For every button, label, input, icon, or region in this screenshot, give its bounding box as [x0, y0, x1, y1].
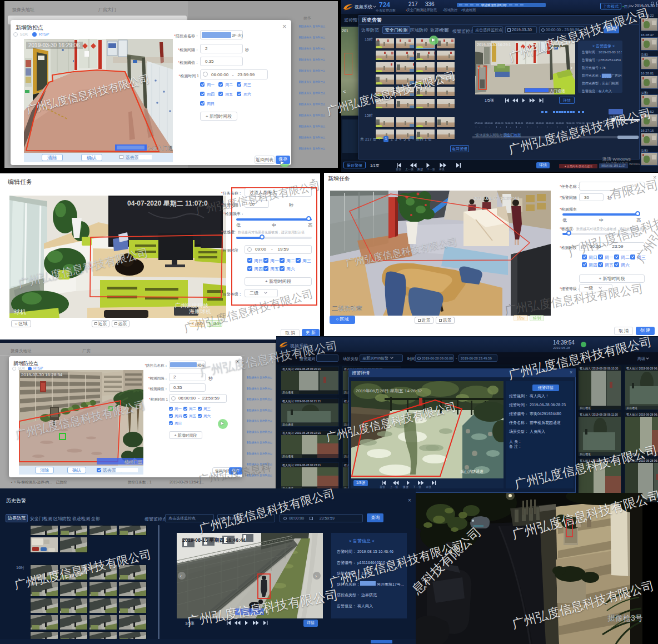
- svg-text:2019-03-30 16:29:1: 2019-03-30 16:29:1: [477, 43, 511, 47]
- svg-text:2019-08-15 星期四 16:46:44: 2019-08-15 星期四 16:46:44: [182, 537, 246, 543]
- svg-text:‹: ‹: [477, 65, 479, 71]
- svg-text:‹: ‹: [180, 573, 182, 579]
- svg-text:号: 号: [265, 610, 270, 615]
- svg-text:2019-03-30 16:29:06: 2019-03-30 16:29:06: [28, 42, 80, 48]
- svg-text:›: ›: [571, 65, 572, 71]
- svg-text:›: ›: [315, 573, 317, 579]
- svg-text:04-07-2020 星期二 11:07:0: 04-07-2020 星期二 11:07:0: [127, 199, 208, 207]
- svg-text:入门通道: 入门通道: [550, 88, 565, 93]
- svg-text:2-3F入门通..: 2-3F入门通..: [147, 146, 173, 151]
- svg-text:二楼活动室: 二楼活动室: [332, 305, 362, 312]
- svg-text:广州弘度科技: 广州弘度科技: [175, 302, 208, 308]
- svg-text:楼梯口监..: 楼梯口监..: [124, 460, 143, 465]
- svg-text:2019年06月28日 星期五 14:28:32: 2019年06月28日 星期五 14:28:32: [356, 388, 422, 393]
- svg-text:2020.04.07 11:07:41: 2020.04.07 11:07:41: [473, 196, 520, 201]
- svg-text:球机: 球机: [14, 308, 26, 315]
- svg-text:摄像枪3号: 摄像枪3号: [607, 613, 642, 622]
- svg-text:海康球机: 海康球机: [189, 308, 211, 314]
- svg-text:后山消防通道: 后山消防通道: [460, 469, 483, 474]
- svg-text:2019-03-30 16:28:54: 2019-03-30 16:28:54: [21, 372, 63, 377]
